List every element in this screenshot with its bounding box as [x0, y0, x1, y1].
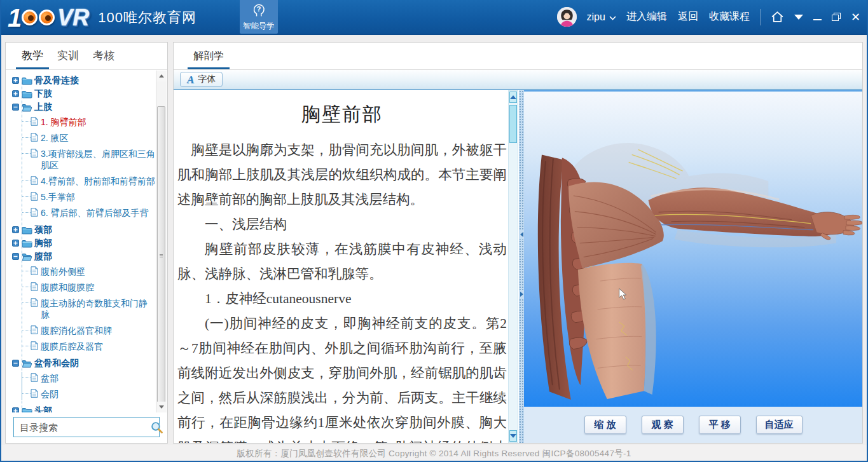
- tree-folder-item[interactable]: 上肢: [12, 100, 155, 114]
- tree-doc-item[interactable]: 会阴: [22, 388, 155, 400]
- folder-icon: [22, 103, 33, 112]
- close-button[interactable]: ✕: [851, 11, 860, 23]
- tree-doc-item[interactable]: 4.臂前部、肘前部和前臂前部: [22, 175, 155, 187]
- tree-doc-item[interactable]: 腹腔消化器官和脾: [22, 325, 155, 336]
- tree-doc-item[interactable]: 腹主动脉的奇数脏支和门静脉: [22, 297, 155, 320]
- folder-icon: [22, 76, 33, 85]
- tree-doc-label[interactable]: 5.手掌部: [41, 191, 155, 203]
- tree-doc-item[interactable]: 1. 胸臂前部: [22, 116, 155, 128]
- tree-scrollbar[interactable]: [156, 71, 167, 412]
- document-icon: [31, 176, 41, 187]
- viewer-toolbar: 缩 放观 察平 移自适应: [524, 407, 862, 443]
- article-scroll-down-button[interactable]: [509, 430, 517, 442]
- expand-icon[interactable]: [12, 77, 19, 84]
- expand-icon[interactable]: [12, 226, 19, 233]
- expand-icon[interactable]: [12, 90, 19, 97]
- splitter-collapse-right-icon[interactable]: [519, 290, 524, 299]
- tree-doc-item[interactable]: 2. 腋区: [22, 132, 155, 144]
- tree-folder-label[interactable]: 下肢: [34, 88, 52, 99]
- splitter-collapse-left-icon[interactable]: [519, 230, 524, 239]
- article-scrollbar-thumb[interactable]: [509, 105, 517, 143]
- tree-doc-item[interactable]: 3.项背部浅层、肩胛区和三角肌区: [22, 148, 155, 171]
- tree-folder-item[interactable]: 腹部: [12, 250, 155, 263]
- tree-doc-label[interactable]: 腹膜和腹膜腔: [41, 282, 155, 293]
- header-menu-item[interactable]: 返回: [678, 10, 698, 24]
- tree-folder-item[interactable]: 颈部: [12, 223, 155, 236]
- collapse-icon[interactable]: [12, 253, 19, 260]
- tree-scrollbar-thumb[interactable]: [157, 106, 165, 406]
- sidebar-tab-考核[interactable]: 考核: [86, 43, 121, 69]
- tree-doc-label[interactable]: 会阴: [41, 388, 155, 400]
- sidebar-tab-教学[interactable]: 教学: [15, 43, 50, 69]
- document-icon: [31, 192, 41, 203]
- user-menu[interactable]: zipu: [587, 11, 616, 23]
- viewer-button-观察[interactable]: 观 察: [642, 416, 684, 434]
- tree-connector: [22, 302, 31, 303]
- tree-scroll-up-button[interactable]: [156, 71, 167, 81]
- article-scrollbar[interactable]: [508, 90, 518, 443]
- tree-doc-item[interactable]: 腹膜后腔及器官: [22, 341, 155, 352]
- tree-doc-item[interactable]: 6. 臂后部、前臂后部及手背: [22, 207, 155, 219]
- catalog-tree: 骨及骨连接下肢上肢1. 胸臂前部2. 腋区3.项背部浅层、肩胛区和三角肌区4.臂…: [6, 71, 155, 412]
- tree-folder-item[interactable]: 骨及骨连接: [12, 74, 155, 87]
- tree-folder-label[interactable]: 盆骨和会阴: [34, 358, 79, 369]
- 3d-viewer: 缩 放观 察平 移自适应: [524, 90, 862, 443]
- tree-doc-label[interactable]: 3.项背部浅层、肩胛区和三角肌区: [41, 148, 155, 171]
- logo-100vr[interactable]: 1VR: [8, 5, 89, 31]
- tree-doc-label[interactable]: 1. 胸臂前部: [41, 116, 155, 128]
- tree-doc-label[interactable]: 盆部: [41, 372, 155, 384]
- document-icon: [31, 389, 41, 400]
- viewer-button-自适应[interactable]: 自适应: [756, 416, 803, 434]
- tree-doc-label[interactable]: 腹膜后腔及器官: [41, 341, 155, 352]
- header-menu-item[interactable]: 进入编辑: [626, 10, 667, 24]
- tree-doc-label[interactable]: 腹腔消化器官和脾: [41, 325, 155, 336]
- logo-eye-icon: [39, 10, 55, 25]
- tree-folder-label[interactable]: 头部: [34, 405, 52, 412]
- tree-folder-item[interactable]: 头部: [12, 404, 155, 412]
- tree-doc-label[interactable]: 2. 腋区: [41, 132, 155, 144]
- minimize-button[interactable]: [813, 14, 822, 20]
- search-icon[interactable]: [150, 421, 168, 434]
- tree-folder-item[interactable]: 下肢: [12, 87, 155, 100]
- tree-doc-label[interactable]: 6. 臂后部、前臂后部及手背: [41, 207, 155, 219]
- viewer-button-缩放[interactable]: 缩 放: [584, 416, 626, 434]
- tree-doc-item[interactable]: 腹前外侧壁: [22, 266, 155, 277]
- tree-doc-label[interactable]: 4.臂前部、肘前部和前臂前部: [41, 175, 155, 187]
- collapse-icon[interactable]: [12, 360, 19, 367]
- tab-anatomy[interactable]: 解剖学: [188, 43, 230, 69]
- viewer-button-平移[interactable]: 平 移: [699, 416, 741, 434]
- tree-doc-label[interactable]: 腹前外侧壁: [41, 266, 155, 277]
- head-question-icon: ?: [251, 2, 267, 20]
- tree-folder-label[interactable]: 颈部: [34, 224, 52, 235]
- pane-splitter[interactable]: [519, 90, 524, 443]
- header-menu-item[interactable]: 收藏课程: [709, 10, 750, 24]
- article-toolbar: A 字体: [174, 70, 862, 90]
- smart-guide-button[interactable]: ? 智能导学: [240, 0, 278, 34]
- expand-icon[interactable]: [12, 240, 19, 247]
- sidebar-tab-实训[interactable]: 实训: [50, 43, 86, 69]
- tree-folder-label[interactable]: 腹部: [34, 251, 52, 262]
- 3d-viewport[interactable]: [524, 90, 862, 407]
- tree-scroll-down-button[interactable]: [156, 402, 167, 412]
- tree-folder-label[interactable]: 上肢: [34, 102, 52, 112]
- font-button[interactable]: A 字体: [180, 72, 223, 87]
- search-input[interactable]: [14, 422, 150, 433]
- tree-folder-label[interactable]: 骨及骨连接: [34, 75, 79, 86]
- expand-icon[interactable]: [12, 407, 19, 412]
- collapse-icon[interactable]: [12, 104, 19, 111]
- dropdown-triangle-icon[interactable]: [794, 15, 803, 20]
- tree-folder-item[interactable]: 胸部: [12, 236, 155, 250]
- restore-button[interactable]: [832, 13, 841, 21]
- tree-doc-label[interactable]: 腹主动脉的奇数脏支和门静脉: [41, 297, 155, 320]
- home-icon[interactable]: [771, 11, 784, 23]
- tree-doc-item[interactable]: 5.手掌部: [22, 191, 155, 203]
- article-scroll-up-button[interactable]: [509, 92, 517, 103]
- article-paragraph: 胸壁是以胸廓为支架，肋骨间充以肋间肌，外被躯干肌和胸部上肢肌及其浅层的炊组织构成…: [177, 138, 507, 212]
- tree-doc-item[interactable]: 腹膜和腹膜腔: [22, 282, 155, 293]
- tree-folder-item[interactable]: 盆骨和会阴: [12, 357, 155, 370]
- tree-connector: [22, 121, 31, 122]
- tree-folder-label[interactable]: 胸部: [34, 238, 52, 248]
- tree-doc-item[interactable]: 盆部: [22, 372, 155, 384]
- avatar[interactable]: [557, 7, 577, 27]
- tree-connector: [22, 346, 31, 346]
